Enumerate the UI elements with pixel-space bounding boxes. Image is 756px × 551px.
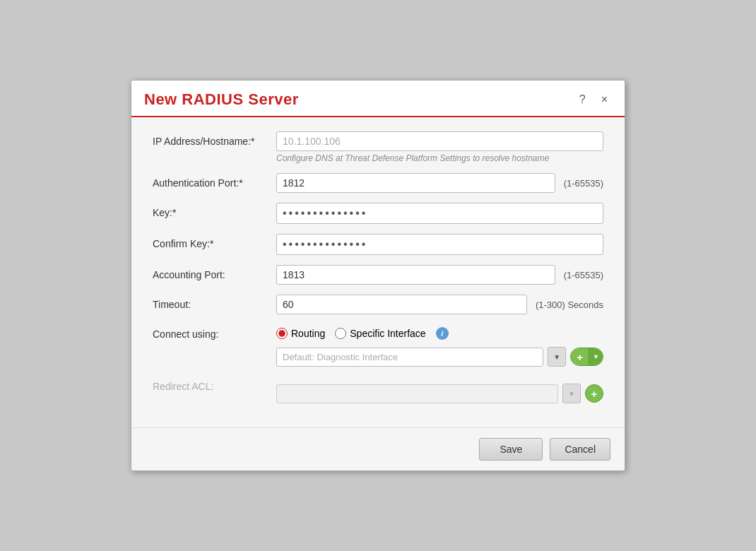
connect-using-row: Connect using: Routing Specific Interfac… [153, 324, 603, 367]
timeout-row: Timeout: (1-300) Seconds [153, 295, 603, 314]
auth-port-row: Authentication Port:* (1-65535) [153, 173, 603, 193]
interface-add-main-btn[interactable]: + [571, 348, 589, 365]
routing-radio[interactable] [276, 328, 288, 339]
routing-option[interactable]: Routing [276, 328, 325, 339]
ip-address-input[interactable] [276, 131, 603, 151]
interface-select[interactable]: Default: Diagnostic Interface [276, 348, 543, 367]
info-icon[interactable]: i [436, 327, 449, 340]
auth-port-input[interactable] [276, 173, 555, 193]
confirm-key-label: Confirm Key:* [153, 234, 276, 249]
confirm-key-row: Confirm Key:* [153, 234, 603, 255]
auth-port-label: Authentication Port:* [153, 173, 276, 189]
accounting-port-input[interactable] [276, 265, 555, 285]
key-row: Key:* [153, 203, 603, 224]
new-radius-server-dialog: New RADIUS Server ? × IP Address/Hostnam… [131, 80, 625, 471]
redirect-acl-row: Redirect ACL: ▼ + [153, 377, 603, 403]
interface-row: Default: Diagnostic Interface ▼ + ▼ [276, 347, 603, 367]
dialog-footer: Save Cancel [131, 427, 625, 470]
redirect-acl-add-btn[interactable]: + [585, 384, 603, 403]
routing-label: Routing [291, 328, 325, 339]
interface-add-arrow-btn[interactable]: ▼ [589, 348, 603, 365]
accounting-port-label: Accounting Port: [153, 265, 276, 280]
interface-add-btn-split: + ▼ [570, 348, 603, 366]
accounting-port-row: Accounting Port: (1-65535) [153, 265, 603, 285]
redirect-acl-interface-row: ▼ + [276, 384, 603, 403]
key-wrap [276, 203, 603, 224]
redirect-acl-dropdown-btn[interactable]: ▼ [562, 384, 581, 403]
ip-address-label: IP Address/Hostname:* [153, 131, 276, 147]
specific-interface-radio[interactable] [335, 328, 346, 339]
accounting-port-wrap: (1-65535) [276, 265, 603, 285]
dialog-header: New RADIUS Server ? × [131, 81, 625, 117]
specific-interface-label: Specific Interface [350, 328, 425, 339]
ip-address-row: IP Address/Hostname:* Configure DNS at T… [153, 131, 603, 163]
confirm-key-input[interactable] [276, 234, 603, 255]
auth-port-range: (1-65535) [564, 178, 603, 189]
redirect-acl-label: Redirect ACL: [153, 377, 276, 392]
timeout-range: (1-300) Seconds [536, 300, 603, 310]
connect-using-label: Connect using: [153, 324, 276, 340]
save-button[interactable]: Save [479, 438, 543, 461]
ip-address-hint: Configure DNS at Threat Defense Platform… [276, 153, 603, 163]
auth-port-wrap: (1-65535) [276, 173, 603, 193]
timeout-input[interactable] [276, 295, 527, 314]
timeout-label: Timeout: [153, 295, 276, 310]
key-input[interactable] [276, 203, 603, 224]
ip-address-wrap: Configure DNS at Threat Defense Platform… [276, 131, 603, 163]
specific-interface-option[interactable]: Specific Interface [335, 328, 425, 339]
redirect-acl-select[interactable] [276, 384, 558, 403]
close-button[interactable]: × [597, 92, 612, 107]
cancel-button[interactable]: Cancel [550, 438, 610, 461]
connect-using-radio-group: Routing Specific Interface i [276, 324, 603, 340]
dialog-body: IP Address/Hostname:* Configure DNS at T… [131, 117, 625, 427]
connect-using-wrap: Routing Specific Interface i Default: Di… [276, 324, 603, 367]
confirm-key-wrap [276, 234, 603, 255]
timeout-wrap: (1-300) Seconds [276, 295, 603, 314]
redirect-acl-wrap: ▼ + [276, 377, 603, 403]
dialog-title: New RADIUS Server [144, 90, 299, 109]
interface-dropdown-btn[interactable]: ▼ [548, 347, 566, 367]
help-button[interactable]: ? [575, 92, 590, 107]
key-label: Key:* [153, 203, 276, 218]
accounting-port-range: (1-65535) [564, 270, 603, 280]
header-actions: ? × [575, 92, 612, 107]
